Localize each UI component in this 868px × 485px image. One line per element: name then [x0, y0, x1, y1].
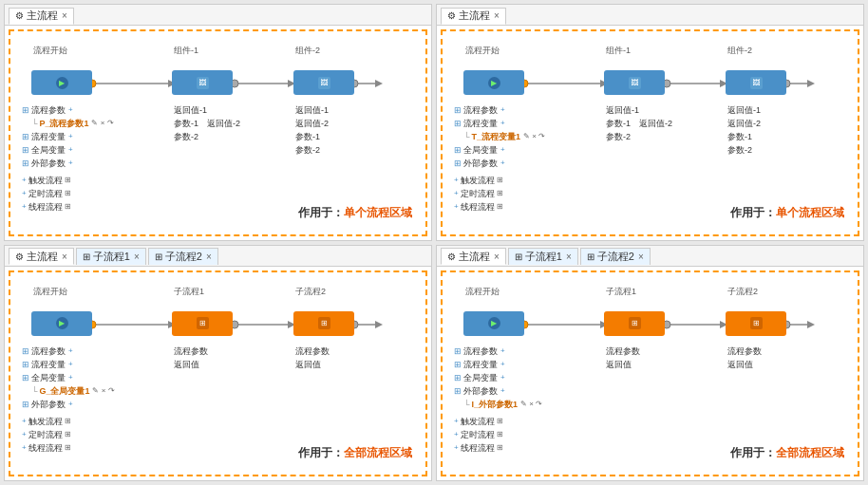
- add-flow-params-br[interactable]: +: [500, 345, 505, 358]
- start-label-tr: 流程开始: [465, 45, 500, 57]
- comp2-node-tr[interactable]: 🖼: [726, 70, 786, 95]
- comp1-node-tr[interactable]: 🖼: [604, 70, 665, 95]
- timer-icon-tr: ⊞: [497, 187, 503, 200]
- start-label-tl: 流程开始: [33, 45, 67, 57]
- add-flow-params-tr[interactable]: +: [500, 103, 505, 117]
- start-node-br[interactable]: ▶: [463, 311, 524, 336]
- add-ext-params-tl[interactable]: +: [68, 157, 73, 170]
- action-target-br: 全部流程区域: [776, 446, 844, 459]
- tab-sub1-close-br[interactable]: ×: [566, 252, 572, 262]
- add-flow-vars-tl[interactable]: +: [68, 130, 73, 143]
- trigger-label-tl: 触发流程: [28, 174, 63, 187]
- flow-vars-row-bl: ⊞ 流程变量 +: [22, 358, 115, 371]
- pm-globalvars-tl: ⊞: [22, 143, 29, 157]
- line-row-tl: + 线程流程 ⊞: [22, 200, 114, 214]
- add-ext-params-br[interactable]: +: [500, 384, 505, 398]
- add-line-tl[interactable]: +: [22, 200, 27, 214]
- start-node-tr[interactable]: ▶: [463, 70, 524, 95]
- play-icon-tr: ▶: [488, 77, 500, 89]
- add-flow-vars-br[interactable]: +: [500, 358, 505, 371]
- tab-sub1-label-br: 子流程1: [525, 250, 562, 264]
- tab-sub1-close-bl[interactable]: ×: [134, 252, 140, 262]
- add-line-tr[interactable]: +: [454, 200, 459, 214]
- add-timer-tr[interactable]: +: [454, 187, 459, 200]
- tab-close-bl[interactable]: ×: [62, 252, 67, 262]
- add-global-vars-bl[interactable]: +: [68, 371, 73, 384]
- comp2-node-tl[interactable]: 🖼: [293, 70, 354, 95]
- tab-close-tr[interactable]: ×: [494, 10, 500, 21]
- pm-extparams-br: ⊞: [454, 384, 462, 398]
- comp2-returns-tr: 返回值-1 返回值-2 参数-1 参数-2: [727, 103, 761, 157]
- g1-tree-icon-bl: └: [31, 384, 37, 398]
- add-ext-params-bl[interactable]: +: [68, 398, 73, 411]
- add-flow-vars-tr[interactable]: +: [500, 117, 505, 130]
- sub2-label-br: 子流程2: [727, 286, 758, 298]
- timer-label-tl: 定时流程: [28, 187, 63, 200]
- tab-close-tl[interactable]: ×: [62, 10, 67, 21]
- sub2-node-br[interactable]: ⊞: [726, 311, 786, 336]
- add-flow-params-tl[interactable]: +: [68, 103, 73, 117]
- add-timer-br[interactable]: +: [454, 428, 459, 441]
- tab-close-br[interactable]: ×: [494, 252, 500, 262]
- global-vars-row-tl: ⊞ 全局变量 +: [22, 143, 114, 157]
- ext-params-row-bl: ⊞ 外部参数 +: [22, 398, 115, 411]
- add-global-vars-tl[interactable]: +: [68, 143, 73, 157]
- sub1-node-bl[interactable]: ⊞: [172, 311, 233, 336]
- timer-row-bl: + 定时流程 ⊞: [22, 428, 115, 441]
- action-label-tl: 作用于：单个流程区域: [298, 205, 412, 221]
- start-node-bl[interactable]: ▶: [31, 311, 92, 336]
- pm-flowvars-bl: ⊞: [22, 358, 29, 371]
- tab-sub2-close-br[interactable]: ×: [638, 252, 644, 262]
- add-ext-params-tr[interactable]: +: [500, 157, 505, 170]
- sub1-label-bl: 子流程1: [174, 286, 204, 298]
- timer-row-br: + 定时流程 ⊞: [454, 428, 542, 441]
- flow-icon-tl: ⚙: [15, 10, 24, 21]
- panel-top-left: ⚙ 主流程 ×: [4, 4, 432, 241]
- sub1-node-br[interactable]: ⊞: [604, 311, 665, 336]
- add-timer-bl[interactable]: +: [22, 428, 27, 441]
- tab-main-flow-tr[interactable]: ⚙ 主流程 ×: [441, 8, 506, 25]
- trigger-icon-bl: ⊞: [65, 415, 71, 428]
- panel-bl-content: 流程开始 ▶ 子流程1 ⊞ 子流程2 ⊞ ⊞ 流程参数: [9, 270, 427, 477]
- tab-sub2-close-bl[interactable]: ×: [206, 252, 212, 262]
- tab-main-flow-bl[interactable]: ⚙ 主流程 ×: [9, 248, 74, 265]
- tab-sub1-label-bl: 子流程1: [93, 250, 130, 264]
- flow-area-bl: 流程开始 ▶ 子流程1 ⊞ 子流程2 ⊞ ⊞ 流程参数: [14, 276, 422, 472]
- comp1-returns-tr: 返回值-1 参数-1 返回值-2 参数-2: [606, 103, 672, 143]
- tab-main-flow-br[interactable]: ⚙ 主流程 ×: [441, 248, 506, 265]
- panel-tr-tabs: ⚙ 主流程 ×: [437, 5, 863, 26]
- add-flow-vars-bl[interactable]: +: [68, 358, 73, 371]
- add-flow-params-bl[interactable]: +: [68, 345, 73, 358]
- flow-params-row-br: ⊞ 流程参数 +: [454, 345, 542, 358]
- pm-flowvars-br: ⊞: [454, 358, 462, 371]
- start-node-tl[interactable]: ▶: [31, 70, 92, 95]
- tab-sub1-bl[interactable]: ⊞ 子流程1 ×: [76, 248, 146, 265]
- tab-sub2-bl[interactable]: ⊞ 子流程2 ×: [148, 248, 218, 265]
- comp1-p2-tr: 参数-2: [606, 130, 672, 143]
- tab-main-flow-tl[interactable]: ⚙ 主流程 ×: [9, 8, 74, 25]
- add-trigger-tr[interactable]: +: [454, 174, 459, 187]
- add-global-vars-tr[interactable]: +: [500, 143, 505, 157]
- tab-sub2-br[interactable]: ⊞ 子流程2 ×: [580, 248, 651, 265]
- trigger-icon-br: ⊞: [497, 415, 503, 428]
- add-global-vars-br[interactable]: +: [500, 371, 505, 384]
- tab-sub1-br[interactable]: ⊞ 子流程1 ×: [508, 248, 578, 265]
- comp1-node-tl[interactable]: 🖼: [172, 70, 233, 95]
- i1-tree-icon-br: └: [463, 398, 469, 411]
- add-trigger-bl[interactable]: +: [22, 415, 27, 428]
- flow-params-label-br: 流程参数: [463, 345, 498, 358]
- sub2-node-bl[interactable]: ⊞: [293, 311, 354, 336]
- sub1-return-bl: 返回值: [174, 358, 208, 371]
- line-label-tl: 线程流程: [28, 200, 63, 214]
- sub1-content-bl: 流程参数 返回值: [174, 345, 208, 371]
- add-line-br[interactable]: +: [454, 441, 459, 455]
- add-trigger-tl[interactable]: +: [22, 174, 27, 187]
- timer-row-tl: + 定时流程 ⊞: [22, 187, 114, 200]
- add-line-bl[interactable]: +: [22, 441, 27, 455]
- add-timer-tl[interactable]: +: [22, 187, 27, 200]
- flow-vars-row-br: ⊞ 流程变量 +: [454, 358, 542, 371]
- add-trigger-br[interactable]: +: [454, 415, 459, 428]
- trigger-row-bl: + 触发流程 ⊞: [22, 415, 115, 428]
- pm-globalvars-br: ⊞: [454, 371, 462, 384]
- play-icon-br: ▶: [488, 317, 500, 329]
